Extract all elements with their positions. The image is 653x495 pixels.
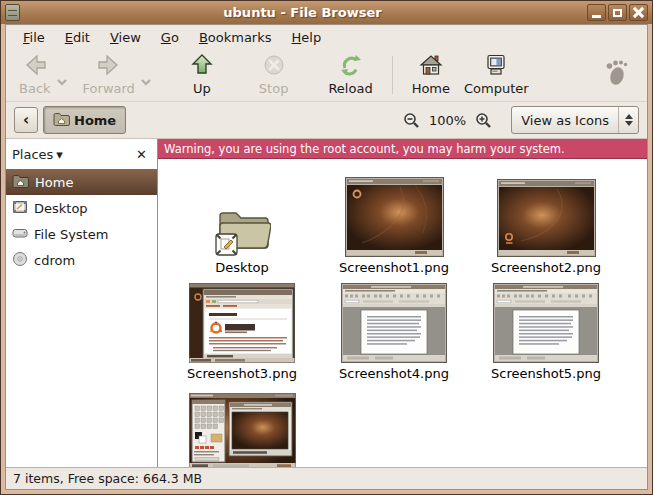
screenshot5-thumbnail	[493, 275, 599, 363]
back-arrow-icon	[22, 53, 48, 80]
file-item-screenshot6[interactable]	[166, 381, 318, 467]
chevron-down-icon: ▾	[56, 147, 63, 162]
file-item-screenshot1[interactable]: Screenshot1.png	[318, 159, 470, 275]
file-label: Screenshot1.png	[339, 260, 449, 275]
menu-bookmarks[interactable]: Bookmarks	[190, 27, 281, 48]
root-warning-banner: Warning, you are using the root account,…	[158, 139, 647, 159]
file-item-screenshot2[interactable]: Screenshot2.png	[470, 159, 622, 275]
toolbar-separator	[392, 56, 393, 94]
file-item-screenshot5[interactable]: Screenshot5.png	[470, 275, 622, 381]
sidebar-item-desktop[interactable]: Desktop	[6, 195, 157, 221]
screenshot1-thumbnail	[345, 169, 444, 257]
file-item-desktop[interactable]: Desktop	[166, 159, 318, 275]
zoom-level: 100%	[427, 113, 468, 128]
file-item-screenshot4[interactable]: Screenshot4.png	[318, 275, 470, 381]
combo-spinner-icon	[618, 107, 638, 133]
screenshot6-thumbnail	[189, 381, 296, 467]
menu-edit[interactable]: Edit	[56, 27, 99, 48]
status-bar: 7 items, Free space: 664.3 MB	[6, 467, 647, 489]
window-icon	[5, 4, 20, 21]
menu-bar: File Edit View Go Bookmarks Help	[6, 25, 647, 50]
gnome-throbber-icon	[603, 58, 631, 91]
zoom-out-button[interactable]	[402, 111, 421, 130]
sidebar-item-cdrom[interactable]: cdrom	[6, 247, 157, 273]
computer-button[interactable]: Computer	[457, 51, 536, 98]
window-title: ubuntu - File Browser	[20, 5, 585, 20]
home-icon	[418, 53, 444, 80]
menu-file[interactable]: File	[14, 27, 54, 48]
forward-history-chevron-icon[interactable]	[140, 74, 152, 89]
drive-icon	[12, 225, 28, 244]
stop-icon	[261, 53, 287, 80]
sidebar-header: Places ▾ ✕	[6, 139, 157, 169]
places-sidebar: Places ▾ ✕ Home	[6, 139, 158, 467]
file-label: Screenshot5.png	[491, 366, 601, 381]
desktop-folder-icon	[213, 169, 271, 257]
screenshot3-thumbnail	[189, 275, 295, 363]
zoom-in-button[interactable]	[474, 111, 493, 130]
minimize-icon	[592, 15, 601, 18]
up-button[interactable]: Up	[182, 51, 222, 98]
menu-view[interactable]: View	[101, 27, 150, 48]
back-history-chevron-icon[interactable]	[56, 74, 68, 89]
up-arrow-icon	[189, 53, 215, 80]
path-back-chevron-button[interactable]: ‹	[14, 107, 38, 133]
stop-button[interactable]: Stop	[252, 51, 296, 98]
file-label: Screenshot4.png	[339, 366, 449, 381]
computer-icon	[483, 53, 509, 80]
file-view: Warning, you are using the root account,…	[158, 139, 647, 467]
sidebar-item-filesystem[interactable]: File System	[6, 221, 157, 247]
folder-icon	[53, 112, 70, 129]
cdrom-icon	[12, 251, 28, 270]
file-label: Screenshot3.png	[187, 366, 297, 381]
home-folder-icon	[12, 174, 29, 191]
reload-icon	[337, 53, 365, 80]
status-text: 7 items, Free space: 664.3 MB	[13, 471, 202, 486]
forward-button[interactable]: Forward	[76, 51, 142, 98]
back-button[interactable]: Back	[12, 51, 58, 98]
file-label: Desktop	[215, 260, 269, 275]
forward-arrow-icon	[96, 53, 122, 80]
desktop-icon	[12, 199, 28, 218]
close-button[interactable]	[629, 4, 648, 21]
menu-help[interactable]: Help	[283, 27, 331, 48]
path-home-toggle[interactable]: Home	[43, 106, 126, 134]
maximize-icon	[613, 9, 622, 17]
file-item-screenshot3[interactable]: Screenshot3.png	[166, 275, 318, 381]
minimize-button[interactable]	[587, 4, 606, 21]
file-browser-window: ubuntu - File Browser File Edit View Go …	[0, 0, 653, 495]
sidebar-close-button[interactable]: ✕	[132, 145, 151, 164]
icon-grid: Desktop	[158, 159, 647, 467]
location-bar: ‹ Home 100% View as	[6, 102, 647, 139]
screenshot4-thumbnail	[341, 275, 447, 363]
menu-go[interactable]: Go	[152, 27, 188, 48]
toolbar: Back Forward Up	[6, 50, 647, 102]
home-button[interactable]: Home	[405, 51, 457, 98]
reload-button[interactable]: Reload	[321, 51, 379, 98]
sidebar-item-home[interactable]: Home	[6, 169, 157, 195]
maximize-button[interactable]	[608, 4, 627, 21]
file-label: Screenshot2.png	[491, 260, 601, 275]
places-dropdown[interactable]: Places ▾	[12, 147, 63, 162]
close-icon	[633, 7, 644, 18]
screenshot2-thumbnail	[497, 169, 596, 257]
view-mode-select[interactable]: View as Icons	[511, 106, 639, 134]
titlebar[interactable]: ubuntu - File Browser	[1, 1, 652, 24]
